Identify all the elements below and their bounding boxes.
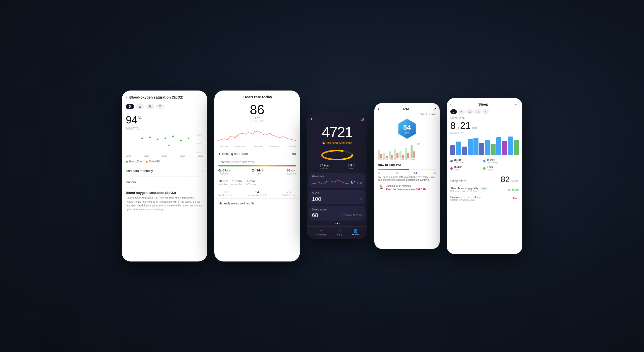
history-menu-item[interactable]: History › [122,177,207,188]
plus-icon[interactable]: + [310,117,313,121]
spo2-number: 94 % [126,114,203,126]
earn-tip: You need 46 more PAI to reach the next t… [374,174,440,183]
phone3-header: + ⊞ [307,113,367,122]
bar-anaerobic-3 [391,155,393,158]
hr-dark-card: Heart rate 84 BPM [309,173,365,188]
add-data-manually[interactable]: Add data manually › [122,165,207,176]
phone1-title: Blood-oxygen saturation (SpO2) [129,95,183,99]
fire-icon: 🔥 [322,141,326,144]
sleep-bar-chart [447,136,522,156]
hr-polyline [218,130,296,141]
down-arrow-icon: ↓ [518,197,519,200]
earn-progress [378,169,436,170]
bar-aerobic-today [411,145,413,158]
sleep-card-title: Sleep score [312,208,362,211]
phone-steps: + ⊞ 4721 🔥 Still need 3279 steps [307,113,367,239]
resting-label: Resting heart rate [222,152,248,156]
exercise-text: Jogging to 34 minutes Keep the heart rat… [386,184,426,191]
sleep-bar-11 [508,137,513,155]
rem-dot [450,167,453,170]
pai-score-circle: 54 PAI [374,117,440,141]
tab-y[interactable]: Y [156,104,164,109]
aerobic-anaerobic: 13 min Anaerobic [231,179,243,186]
sleep-tab-y[interactable]: Y [482,109,489,114]
resting-left: ♥ Resting heart rate [218,152,248,156]
bar-aerobic-6 [405,148,407,158]
chart-x-labels: 00:00 05:00 10:00 15:00 23:59 [126,155,203,157]
sleep-tab-w[interactable]: w [458,109,465,114]
run-icon: 🏃 [378,184,384,190]
bottom-nav: ⌂ Homepage ☆ Enjoy 👤 Profile [307,226,367,238]
sleep-bar-12 [514,140,519,155]
sleep-bar-9 [496,137,501,155]
zone-header: Continuous heart rate zone [214,158,300,165]
sleep-tab-d[interactable]: d [450,109,457,114]
calories-sleep-row: 87 kcal Calories 6.8 h Sleep [307,162,367,171]
stat-light: 5h 09m Light sleep [483,158,514,164]
legend-dot-yellow [146,161,148,163]
dot-6 [168,145,170,146]
zone-items: 6h 57min Relaxed 2h 34min Light 56min In… [218,168,296,175]
stat-awake: 0 min Awake [483,166,514,171]
sleep-min-label: min [472,125,478,130]
back-icon[interactable]: ‹ [126,95,127,100]
proportion-val: 19% ↓ [511,197,519,200]
sleep-h-label: h [457,125,459,130]
tab-d[interactable]: D [126,104,134,109]
legend-green: 90%~100% [126,160,142,163]
spo2-dots: 100% 90% 80% [126,134,203,154]
tab-m[interactable]: M [146,104,154,109]
pai-header: ‹ PAI ↗ [374,103,440,113]
sleep-label: Night Sleep [447,115,522,120]
nav-homepage[interactable]: ⌂ Homepage [315,229,327,236]
proportion-row: Proportion of deep sleep Reference value… [447,194,522,203]
sleep-header: ‹ Sleep ··· [447,98,522,108]
bar-group-6: 07/16 [405,148,410,160]
nav-enjoy[interactable]: ☆ Enjoy [337,229,342,236]
breathing-row: Sleep breathing quality New Reference va… [447,185,522,194]
resting-row: ♥ Resting heart rate 60 [214,149,300,158]
external-link-icon[interactable]: ↗ [433,107,436,111]
sleep-more-icon[interactable]: ··· [515,102,519,107]
light-dot [483,160,486,162]
sleep-score-row: Sleep score 82 Score [447,173,522,185]
sleep-score-unit: Score [511,179,519,183]
bar-anaerobic-1 [380,154,382,158]
info-title: Blood-oxygen saturation (SpO2) [126,191,203,195]
grid-icon[interactable]: ⊞ [360,117,364,121]
bar-group-1: 07/10 [378,150,382,160]
sleep-bar-3 [462,147,467,155]
sleep-time-big: 8 h 21 min [447,120,522,132]
awake-dot [483,167,486,170]
stat-min: 54 Minimum heart rate [248,190,267,196]
dot-2-active [337,223,338,224]
chart-legend: 90%~100% 80%~89% [122,159,207,165]
pai-back-icon[interactable]: ‹ [378,107,379,111]
earn-labels: 20 50 54 100 [374,172,440,174]
proportion-ref: Reference values ≥ 20% [450,199,480,201]
zone-intensive: 56min Intensive [286,168,296,175]
dot-7 [180,140,182,141]
phone-heart-rate: ‹ Heart rate today 86 BPM 10:45 PM 12:00… [214,91,300,261]
aerobic-row: 28 min Aerobic 13 min Anaerobic 4 min VO… [214,177,300,188]
bar-aerobic-1 [378,150,380,158]
info-section: Blood-oxygen saturation (SpO2) Blood-oxy… [122,188,207,214]
breathing-badge: New [480,187,488,190]
sleep-tab-m[interactable]: M [466,109,473,114]
dot-3 [157,139,158,140]
pai-what-is[interactable]: What is PAI? [374,113,440,117]
nav-profile[interactable]: 👤 Profile [352,229,359,236]
sleep-back-icon[interactable]: ‹ [450,102,452,107]
sleep-tab-h[interactable]: H [474,109,481,114]
hr-chart: 12:00 AM 06:00 AM 12:00 PM 06:00 PM 11:5… [214,124,300,149]
chevron-icon-2: › [202,180,203,184]
stat-rem: 1h 37m REM [450,166,481,171]
enjoy-icon: ☆ [337,229,342,233]
legend-dot-green [126,161,128,163]
hr-card-title: Heart rate [312,175,362,178]
bar-group-today: Today [410,145,415,160]
pai-score-num: 54 [403,123,411,131]
tab-w[interactable]: W [136,104,144,109]
hr-value-row: 86 BPM 10:45 PM [214,101,300,124]
spo2-date: 2020/07/01 [122,127,207,131]
